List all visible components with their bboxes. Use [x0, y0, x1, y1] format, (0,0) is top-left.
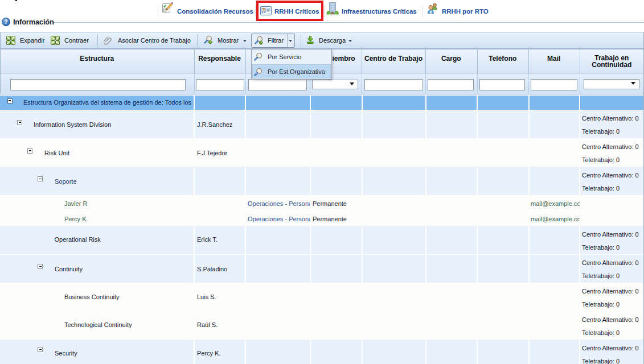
svg-text:?: ?: [4, 18, 7, 25]
